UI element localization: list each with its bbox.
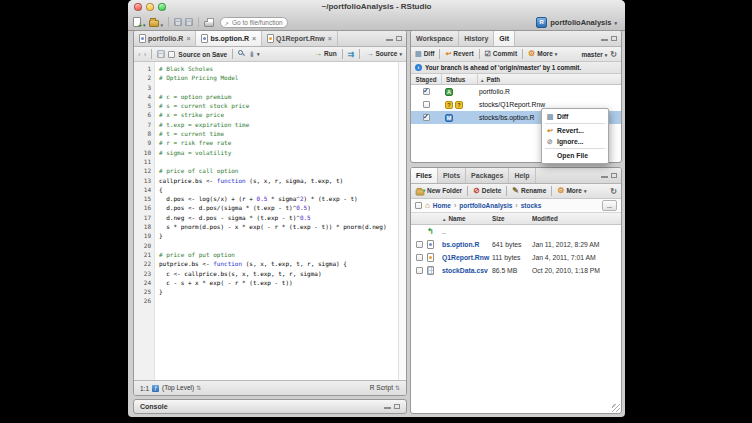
tab-help[interactable]: Help (509, 168, 535, 183)
staged-column-header[interactable]: Staged (411, 74, 442, 84)
code-text (154, 296, 159, 305)
staged-checkbox[interactable] (423, 114, 430, 121)
maximize-pane-icon[interactable] (396, 36, 402, 41)
file-checkbox[interactable] (416, 267, 423, 274)
search-icon[interactable] (238, 50, 246, 58)
file-checkbox[interactable] (416, 241, 423, 248)
file-name-link[interactable]: stockData.csv (442, 267, 492, 274)
diff-button[interactable]: Diff (415, 50, 434, 58)
path-more-button[interactable] (602, 200, 617, 211)
resize-grip[interactable] (612, 404, 620, 412)
file-row[interactable]: bs.option.R641 bytesJan 11, 2012, 8:29 A… (411, 238, 621, 251)
forward-icon[interactable]: › (144, 50, 147, 59)
file-checkbox[interactable] (416, 254, 423, 261)
file-type-selector[interactable]: R Script (370, 385, 400, 392)
rerun-icon[interactable] (348, 50, 355, 59)
minimize-pane-icon[interactable] (601, 176, 608, 178)
menu-item-diff[interactable]: Diff (542, 111, 608, 122)
breadcrumb-project[interactable]: portfolioAnalysis (459, 202, 512, 209)
tab-plots[interactable]: Plots (438, 168, 466, 183)
r-file-icon (427, 240, 442, 249)
files-more-button[interactable]: More (557, 187, 586, 195)
git-more-button[interactable]: More (528, 50, 557, 58)
breadcrumb-home[interactable]: Home (433, 202, 451, 209)
tab-packages[interactable]: Packages (466, 168, 509, 183)
status-column-header[interactable]: Status (442, 74, 478, 84)
modified-column-header[interactable]: Modified (532, 215, 621, 222)
back-icon[interactable]: ‹ (138, 50, 141, 59)
project-icon (536, 17, 547, 28)
code-lines: 1# Black Scholes2# Option Pricing Model3… (134, 64, 399, 306)
path-column-header[interactable]: Path (478, 76, 621, 83)
save-button[interactable] (174, 18, 182, 26)
source-on-save-checkbox[interactable] (168, 51, 175, 58)
file-row[interactable]: ↰.. (411, 225, 621, 238)
git-file-row[interactable]: Aportfolio.R (411, 85, 621, 98)
goto-file-input[interactable] (220, 17, 288, 28)
console-pane[interactable]: Console (133, 399, 407, 414)
tab-label: Files (416, 172, 432, 179)
rename-button[interactable]: Rename (512, 187, 546, 195)
menu-item-open-file[interactable]: Open File (542, 150, 608, 161)
maximize-pane-icon[interactable] (394, 404, 400, 409)
tab-portfolio-r[interactable]: portfolio.R× (134, 31, 196, 46)
file-row[interactable]: stockData.csv86.5 MBOct 20, 2010, 1:18 P… (411, 264, 621, 277)
r-doc-icon (139, 34, 146, 43)
open-file-button[interactable] (149, 14, 164, 30)
minimize-pane-icon[interactable] (386, 39, 393, 41)
file-name-link[interactable]: Q1Report.Rnw (442, 254, 492, 261)
menu-item-ignore[interactable]: Ignore... (542, 136, 608, 147)
revert-button[interactable]: Revert (445, 50, 473, 58)
files-toolbar: New Folder Delete Rename More (411, 184, 621, 199)
size-column-header[interactable]: Size (492, 215, 532, 222)
status-badge-added: A (445, 88, 453, 96)
tab-q1report-rnw[interactable]: Q1Report.Rnw× (262, 31, 338, 46)
staged-checkbox[interactable] (423, 101, 430, 108)
close-tab-icon[interactable]: × (328, 35, 332, 42)
chevron-down-icon (257, 51, 260, 58)
maximize-pane-icon[interactable] (611, 173, 617, 178)
new-file-button[interactable] (133, 14, 146, 30)
git-file-path: portfolio.R (477, 88, 621, 95)
save-all-button[interactable] (185, 18, 193, 26)
tab-git[interactable]: Git (494, 31, 515, 46)
code-text: } (154, 287, 163, 296)
pane-window-controls (601, 36, 617, 41)
name-column-header[interactable]: Name (442, 215, 492, 222)
file-row[interactable]: Q1Report.Rnw111 bytesJan 4, 2011, 7:01 A… (411, 251, 621, 264)
run-button[interactable]: Run (314, 50, 337, 58)
file-name-link[interactable]: bs.option.R (442, 241, 492, 248)
editor-scrollbar[interactable] (398, 62, 406, 385)
save-source-button[interactable] (157, 50, 165, 58)
revert-icon (546, 127, 554, 135)
breadcrumb-folder[interactable]: stocks (521, 202, 542, 209)
tab-bs-option-r[interactable]: bs.option.R× (196, 31, 262, 46)
files-tabbar: FilesPlotsPackagesHelp (411, 168, 621, 184)
tab-workspace[interactable]: Workspace (411, 31, 459, 46)
refresh-icon[interactable] (610, 187, 617, 196)
tab-files[interactable]: Files (411, 168, 438, 183)
project-menu-button[interactable]: portfolioAnalysis (536, 17, 620, 28)
close-tab-icon[interactable]: × (252, 35, 256, 42)
delete-button[interactable]: Delete (473, 187, 501, 195)
maximize-pane-icon[interactable] (611, 36, 617, 41)
code-editor[interactable]: 1# Black Scholes2# Option Pricing Model3… (134, 62, 406, 385)
scope-selector[interactable]: (Top Level) (162, 385, 201, 392)
staged-checkbox[interactable] (423, 88, 430, 95)
source-button[interactable]: Source (365, 50, 402, 58)
commit-button[interactable]: Commit (485, 50, 517, 58)
code-tools-button[interactable] (249, 51, 259, 58)
new-folder-button[interactable]: New Folder (415, 187, 462, 196)
close-tab-icon[interactable]: × (186, 35, 190, 42)
minimize-pane-icon[interactable] (601, 39, 608, 41)
branch-selector[interactable]: master (581, 51, 607, 58)
minimize-pane-icon[interactable] (384, 407, 391, 409)
print-button[interactable] (204, 21, 214, 27)
titlebar[interactable]: ~/portfolioAnalysis - RStudio (128, 0, 625, 14)
toolbar-separator (467, 186, 468, 196)
tab-history[interactable]: History (459, 31, 494, 46)
menu-item-revert[interactable]: Revert... (542, 125, 608, 136)
refresh-icon[interactable] (610, 50, 617, 59)
run-label: Run (324, 51, 337, 58)
select-all-checkbox[interactable] (415, 202, 422, 209)
